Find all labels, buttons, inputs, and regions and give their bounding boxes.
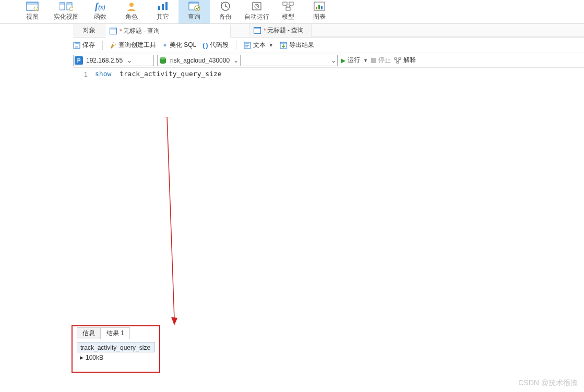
- chart-icon: [314, 1, 325, 11]
- database-combo[interactable]: risk_agcloud_430000 ⌄: [157, 55, 241, 66]
- tab-query-2[interactable]: * 无标题 - 查询: [249, 24, 312, 37]
- chevron-down-icon: ▼: [269, 43, 273, 48]
- model-icon: [282, 1, 294, 11]
- ribbon-query[interactable]: 查询: [178, 0, 210, 23]
- svg-text:P: P: [77, 58, 81, 64]
- svg-rect-11: [162, 4, 164, 10]
- database-icon: [158, 57, 168, 64]
- run-button[interactable]: ▶ 运行 ▼: [341, 56, 368, 65]
- schema-combo[interactable]: ⌄: [244, 55, 338, 66]
- snippet-button[interactable]: ( ) 代码段: [202, 41, 228, 50]
- explain-icon: [394, 57, 401, 64]
- svg-rect-25: [316, 7, 317, 9]
- chevron-down-icon[interactable]: ⌄: [125, 57, 133, 64]
- matview-icon: [59, 1, 73, 11]
- play-icon: ▶: [341, 57, 345, 64]
- stop-icon: [371, 58, 376, 63]
- ribbon-chart[interactable]: 图表: [304, 0, 335, 23]
- svg-rect-40: [280, 42, 287, 44]
- text-button[interactable]: 文本 ▼: [244, 41, 273, 50]
- role-icon: [126, 1, 137, 11]
- result-row[interactable]: ▶ 100kB: [77, 352, 155, 363]
- ribbon-other[interactable]: 其它: [147, 0, 178, 23]
- svg-rect-31: [254, 27, 261, 29]
- connection-combo[interactable]: P 192.168.2.55 ⌄: [73, 55, 154, 66]
- function-icon: f(x): [95, 1, 105, 11]
- save-icon: [73, 42, 80, 49]
- postgres-icon: P: [74, 56, 84, 65]
- svg-rect-20: [289, 2, 293, 5]
- unsaved-dot: *: [264, 27, 266, 34]
- chevron-down-icon[interactable]: ⌄: [329, 57, 337, 64]
- ribbon-autorun[interactable]: 自动运行: [241, 0, 272, 23]
- ribbon-toolbar: 视图 实化视图 f(x) 函数 角色 其它: [0, 0, 584, 24]
- export-icon: [280, 42, 287, 49]
- ribbon-function[interactable]: f(x) 函数: [85, 0, 116, 23]
- svg-rect-46: [399, 58, 401, 59]
- result-panel: 信息 结果 1 track_activity_query_size ▶ 100k…: [71, 325, 160, 373]
- svg-rect-12: [165, 2, 168, 10]
- svg-rect-34: [75, 46, 78, 48]
- other-icon: [157, 1, 169, 11]
- svg-rect-29: [110, 28, 117, 29]
- ribbon-role[interactable]: 角色: [116, 0, 147, 23]
- backup-icon: [220, 1, 231, 11]
- svg-rect-7: [67, 3, 72, 5]
- result-tab-info[interactable]: 信息: [77, 327, 101, 339]
- svg-rect-19: [283, 2, 287, 5]
- ribbon-matview[interactable]: 实化视图: [48, 0, 85, 23]
- svg-rect-33: [75, 42, 79, 44]
- svg-line-48: [396, 59, 398, 62]
- line-gutter: 1: [73, 68, 93, 370]
- svg-rect-27: [321, 6, 323, 9]
- svg-rect-47: [397, 62, 399, 63]
- ribbon-view[interactable]: 视图: [17, 0, 48, 23]
- unsaved-dot: *: [120, 28, 122, 35]
- svg-rect-1: [27, 2, 38, 5]
- svg-rect-5: [59, 3, 65, 5]
- svg-rect-45: [395, 58, 397, 59]
- sparkle-icon: ✦: [162, 42, 168, 49]
- ribbon-model[interactable]: 模型: [272, 0, 304, 23]
- code-area[interactable]: show track_activity_query_size: [95, 68, 584, 370]
- explain-button[interactable]: 解释: [394, 56, 416, 65]
- ribbon-backup[interactable]: 备份: [210, 0, 241, 23]
- wrench-icon: [110, 42, 116, 49]
- svg-point-8: [70, 7, 74, 11]
- query-toolbar: 保存 查询创建工具 ✦ 美化 SQL ( ) 代码段 文本 ▼ 导出结果: [0, 38, 584, 53]
- result-tab-1[interactable]: 结果 1: [101, 327, 130, 339]
- autorun-icon: [252, 1, 262, 11]
- svg-rect-14: [189, 2, 198, 4]
- svg-line-49: [398, 59, 400, 62]
- result-column-header[interactable]: track_activity_query_size: [77, 342, 155, 352]
- paren-icon: ( ): [202, 41, 207, 49]
- svg-rect-26: [318, 5, 320, 9]
- tab-objects[interactable]: 对象: [73, 24, 105, 37]
- stop-button: 停止: [371, 56, 391, 65]
- editor-tabs: 对象 * 无标题 - 查询 * 无标题 - 查询: [0, 24, 584, 38]
- left-sidebar: [0, 24, 73, 392]
- beautify-sql-button[interactable]: ✦ 美化 SQL: [162, 41, 196, 50]
- watermark: CSDN @技术很渣: [518, 378, 578, 388]
- svg-line-23: [288, 5, 291, 7]
- row-indicator-icon: ▶: [80, 352, 84, 363]
- query-tab-icon: [110, 28, 117, 35]
- svg-rect-10: [158, 6, 160, 10]
- sql-editor[interactable]: 1 show track_activity_query_size: [73, 68, 584, 370]
- text-icon: [244, 42, 251, 49]
- svg-line-22: [285, 5, 288, 7]
- save-button[interactable]: 保存: [73, 41, 95, 50]
- svg-point-44: [160, 57, 166, 59]
- svg-point-15: [195, 6, 200, 11]
- svg-rect-21: [286, 7, 290, 10]
- tab-query-1[interactable]: * 无标题 - 查询: [105, 24, 231, 38]
- result-tabs: 信息 结果 1: [73, 326, 159, 339]
- table-view-icon: [26, 1, 39, 11]
- chevron-down-icon[interactable]: ⌄: [232, 57, 240, 64]
- query-builder-button[interactable]: 查询创建工具: [110, 41, 156, 50]
- chevron-down-icon: ▼: [363, 58, 368, 63]
- svg-point-9: [129, 3, 134, 7]
- export-button[interactable]: 导出结果: [280, 41, 314, 50]
- query-icon: [188, 1, 200, 11]
- query-tab-icon: [254, 27, 261, 34]
